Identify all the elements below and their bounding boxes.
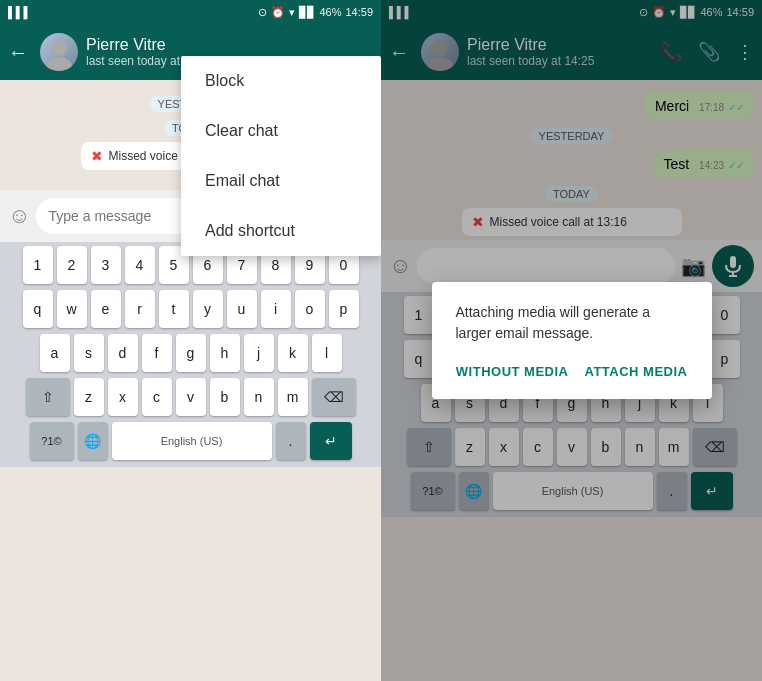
keyboard-row-z: ⇧ z x c v b n m ⌫: [2, 378, 379, 416]
key-n[interactable]: n: [244, 378, 274, 416]
dialog-message: Attaching media will generate a larger e…: [456, 302, 688, 344]
key-e[interactable]: e: [91, 290, 121, 328]
wifi-icon: ▾: [289, 6, 295, 19]
key-j[interactable]: j: [244, 334, 274, 372]
contact-name: Pierre Vitre: [86, 36, 373, 54]
keyboard-bottom-row: ?1© 🌐 English (US) . ↵: [2, 422, 379, 460]
key-g[interactable]: g: [176, 334, 206, 372]
key-i[interactable]: i: [261, 290, 291, 328]
period-key[interactable]: .: [276, 422, 306, 460]
dialog-overlay: Attaching media will generate a larger e…: [381, 0, 762, 681]
alarm-icon: ⏰: [271, 6, 285, 19]
key-w[interactable]: w: [57, 290, 87, 328]
globe-key[interactable]: 🌐: [78, 422, 108, 460]
key-3[interactable]: 3: [91, 246, 121, 284]
key-d[interactable]: d: [108, 334, 138, 372]
right-panel: ▌▌▌ ⊙ ⏰ ▾ ▊▊ 46% 14:59 ←: [381, 0, 762, 681]
left-panel: ▌▌▌ ⊙ ⏰ ▾ ▊▊ 46% 14:59 ← Pierre Vitre la…: [0, 0, 381, 681]
key-l[interactable]: l: [312, 334, 342, 372]
email-dialog: Attaching media will generate a larger e…: [432, 282, 712, 399]
key-p[interactable]: p: [329, 290, 359, 328]
key-t[interactable]: t: [159, 290, 189, 328]
key-1[interactable]: 1: [23, 246, 53, 284]
dropdown-menu: Block Clear chat Email chat Add shortcut: [181, 56, 381, 256]
key-z[interactable]: z: [74, 378, 104, 416]
keyboard-row-a: a s d f g h j k l: [2, 334, 379, 372]
battery-level: 46%: [319, 6, 341, 18]
left-status-right: ⊙ ⏰ ▾ ▊▊ 46% 14:59: [258, 6, 373, 19]
key-x[interactable]: x: [108, 378, 138, 416]
dropdown-item-clear-chat[interactable]: Clear chat: [181, 106, 381, 156]
key-r[interactable]: r: [125, 290, 155, 328]
backspace-key[interactable]: ⌫: [312, 378, 356, 416]
dialog-buttons: WITHOUT MEDIA ATTACH MEDIA: [456, 364, 688, 379]
key-b[interactable]: b: [210, 378, 240, 416]
key-s[interactable]: s: [74, 334, 104, 372]
key-y[interactable]: y: [193, 290, 223, 328]
keyboard-row-q: q w e r t y u i o p: [2, 290, 379, 328]
dropdown-item-block[interactable]: Block: [181, 56, 381, 106]
svg-point-1: [46, 57, 72, 71]
attach-media-button[interactable]: ATTACH MEDIA: [584, 364, 687, 379]
dropdown-item-add-shortcut[interactable]: Add shortcut: [181, 206, 381, 256]
shift-key[interactable]: ⇧: [26, 378, 70, 416]
without-media-button[interactable]: WITHOUT MEDIA: [456, 364, 569, 379]
key-a[interactable]: a: [40, 334, 70, 372]
missed-call-icon: ✖: [91, 148, 103, 164]
enter-key[interactable]: ↵: [310, 422, 352, 460]
key-m[interactable]: m: [278, 378, 308, 416]
left-status-left: ▌▌▌: [8, 6, 31, 18]
dropdown-item-email-chat[interactable]: Email chat: [181, 156, 381, 206]
back-button[interactable]: ←: [8, 41, 28, 64]
sim-icon: ⊙: [258, 6, 267, 19]
key-f[interactable]: f: [142, 334, 172, 372]
key-u[interactable]: u: [227, 290, 257, 328]
key-4[interactable]: 4: [125, 246, 155, 284]
key-v[interactable]: v: [176, 378, 206, 416]
symbols-key[interactable]: ?1©: [30, 422, 74, 460]
avatar[interactable]: [40, 33, 78, 71]
key-c[interactable]: c: [142, 378, 172, 416]
key-o[interactable]: o: [295, 290, 325, 328]
emoji-button[interactable]: ☺: [8, 203, 30, 229]
svg-point-0: [51, 40, 67, 56]
space-key[interactable]: English (US): [112, 422, 272, 460]
signal-icon: ▌▌▌: [8, 6, 31, 18]
key-h[interactable]: h: [210, 334, 240, 372]
left-status-bar: ▌▌▌ ⊙ ⏰ ▾ ▊▊ 46% 14:59: [0, 0, 381, 24]
left-time: 14:59: [345, 6, 373, 18]
signal-bars-icon: ▊▊: [299, 6, 315, 19]
key-k[interactable]: k: [278, 334, 308, 372]
key-2[interactable]: 2: [57, 246, 87, 284]
key-q[interactable]: q: [23, 290, 53, 328]
avatar-img: [40, 33, 78, 71]
left-keyboard: 1 2 3 4 5 6 7 8 9 0 q w e r t y u i o p …: [0, 242, 381, 467]
